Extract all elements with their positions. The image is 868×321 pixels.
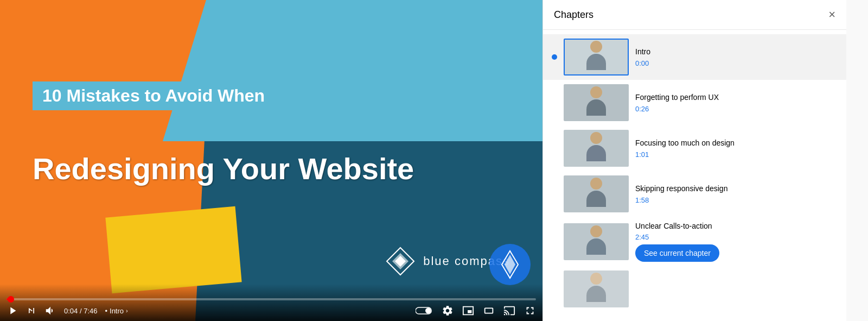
chapter-name-5: Unclear Calls-to-action (635, 221, 838, 231)
chapter-name-4: Skipping responsive design (635, 184, 838, 193)
chapter-thumbnail-4 (564, 175, 629, 212)
svg-point-7 (425, 308, 431, 314)
theater-mode-button[interactable] (483, 305, 495, 317)
video-main-title: Redesigning Your Website (33, 152, 414, 186)
play-button[interactable] (7, 305, 18, 317)
video-subtitle-line1: 10 Mistakes to Avoid When (33, 81, 275, 110)
chapters-header: Chapters × (543, 0, 846, 30)
skip-button[interactable] (26, 305, 37, 316)
chapter-info-5: Unclear Calls-to-action 2:45 See current… (635, 221, 838, 262)
chapter-time-4: 1:58 (635, 196, 838, 204)
chapter-thumbnail-5 (564, 223, 629, 260)
chapter-item-6[interactable] (543, 266, 846, 312)
chapter-item-5[interactable]: Unclear Calls-to-action 2:45 See current… (543, 217, 846, 266)
chapter-time-1: 0:00 (635, 59, 838, 67)
chapter-info-3: Focusing too much on design 1:01 (635, 138, 838, 158)
miniplayer-button[interactable] (462, 305, 474, 317)
autoplay-toggle[interactable] (416, 306, 433, 316)
volume-button[interactable] (44, 305, 56, 317)
progress-knob[interactable] (8, 296, 14, 303)
fullscreen-button[interactable] (524, 305, 536, 317)
chapter-item-2[interactable]: Forgetting to perform UX 0:26 (543, 80, 846, 125)
chapter-info-2: Forgetting to perform UX 0:26 (635, 92, 838, 112)
settings-button[interactable] (442, 305, 454, 317)
chapter-time-2: 0:26 (635, 105, 838, 113)
time-display: 0:04 / 7:46 (64, 307, 97, 315)
chapters-list[interactable]: Intro 0:00 Forgetting to perform UX 0:26 (543, 30, 846, 321)
chapter-item-4[interactable]: Skipping responsive design 1:58 (543, 171, 846, 217)
chapter-time-3: 1:01 (635, 150, 838, 159)
chapter-name-2: Forgetting to perform UX (635, 92, 838, 102)
video-player[interactable]: 10 Mistakes to Avoid When Redesigning Yo… (0, 0, 542, 321)
chapter-item-3[interactable]: Focusing too much on design 1:01 (543, 125, 846, 171)
chapter-info-4: Skipping responsive design 1:58 (635, 184, 838, 204)
see-current-chapter-button[interactable]: See current chapter (635, 244, 719, 262)
chapter-label[interactable]: • Intro › (105, 307, 127, 315)
chapters-title: Chapters (554, 9, 593, 21)
active-dot (552, 54, 557, 60)
video-thumbnail: 10 Mistakes to Avoid When Redesigning Yo… (0, 0, 542, 321)
progress-bar[interactable] (7, 298, 536, 300)
chapter-thumbnail-2 (564, 84, 629, 121)
cast-button[interactable] (503, 305, 515, 317)
chapter-item-1[interactable]: Intro 0:00 (543, 34, 846, 80)
chapter-thumbnail-1 (564, 39, 629, 75)
chapter-name-6 (635, 270, 838, 280)
chapter-thumbnail-6 (564, 270, 629, 307)
chapter-name-1: Intro (635, 47, 838, 56)
chapter-time-5: 2:45 (635, 233, 838, 241)
video-controls: 0:04 / 7:46 • Intro › (0, 284, 542, 321)
video-title-box: 10 Mistakes to Avoid When (33, 81, 275, 115)
close-button[interactable]: × (828, 9, 835, 21)
chapter-info-1: Intro 0:00 (635, 47, 838, 67)
chapters-panel: Chapters × Intro 0:00 (542, 0, 846, 321)
chapter-info-6 (635, 270, 838, 282)
chapter-name-3: Focusing too much on design (635, 138, 838, 148)
chapter-thumbnail-3 (564, 130, 629, 167)
